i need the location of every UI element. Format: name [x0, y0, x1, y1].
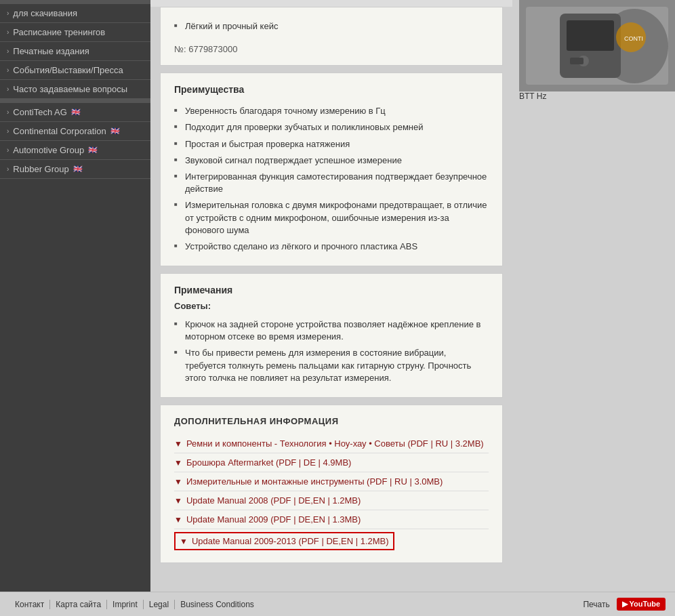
svg-rect-6 — [570, 58, 584, 64]
right-panel: CONTI BTT Hz — [512, 0, 675, 592]
advantage-item-6: Измерительная головка с двумя микрофонам… — [174, 197, 489, 239]
download-link-2[interactable]: ▼ Брошюра Aftermarket (PDF | DE | 4.9MB) — [174, 453, 489, 472]
link-text: Update Manual 2009-2013 (PDF | DE,EN | 1… — [192, 536, 389, 546]
footer-imprint[interactable]: Imprint — [107, 600, 144, 609]
flag-icon: 🇬🇧 — [110, 127, 120, 136]
sidebar-item-faq[interactable]: › Часто задаваемые вопросы — [0, 80, 150, 99]
arrow-icon: › — [7, 165, 9, 173]
youtube-button[interactable]: ▶ YouTube — [617, 598, 666, 611]
svg-text:CONTI: CONTI — [624, 35, 643, 42]
footer-print[interactable]: Печать — [583, 600, 609, 609]
footer-links: Контакт Карта сайта Imprint Legal Busine… — [9, 600, 260, 609]
main-content: Лёгкий и прочный кейс №: 6779873000 Преи… — [150, 0, 512, 592]
sidebar-item-contitech[interactable]: › ContiTech AG 🇬🇧 — [0, 103, 150, 122]
footer-legal[interactable]: Legal — [144, 600, 175, 609]
advantage-item-5: Интегрированная функция самотестирования… — [174, 169, 489, 197]
sidebar-item-continental[interactable]: › Continental Corporation 🇬🇧 — [0, 122, 150, 141]
sidebar-item-print[interactable]: › Печатные издания — [0, 42, 150, 61]
feature-item: Лёгкий и прочный кейс — [174, 18, 489, 35]
arrow-icon: › — [7, 28, 9, 36]
advantage-item-7: Устройство сделано из лёгкого и прочного… — [174, 239, 489, 255]
arrow-icon: › — [7, 66, 9, 74]
note-item-1: Крючок на задней стороне устройства позв… — [174, 316, 489, 345]
youtube-label: YouTube — [630, 600, 660, 608]
advantage-item-3: Простая и быстрая проверка натяжения — [174, 136, 489, 152]
link-text: Измерительные и монтажные инструменты (P… — [186, 476, 443, 487]
product-number-label: №: — [174, 44, 186, 54]
sidebar-item-label: Automotive Group — [13, 145, 84, 155]
sidebar-item-label: Печатные издания — [13, 46, 89, 56]
advantages-box: Преимущества Уверенность благодаря точно… — [160, 73, 503, 266]
product-image: CONTI — [519, 0, 675, 91]
footer-sitemap[interactable]: Карта сайта — [50, 600, 107, 609]
advantage-item-2: Подходит для проверки зубчатых и поликли… — [174, 119, 489, 136]
advantages-title: Преимущества — [174, 84, 489, 95]
footer: Контакт Карта сайта Imprint Legal Busine… — [0, 592, 675, 616]
arrow-icon: › — [7, 9, 9, 17]
download-link-1[interactable]: ▼ Ремни и компоненты - Технология • Ноу-… — [174, 434, 489, 453]
arrow-icon: › — [7, 85, 9, 93]
link-text: Update Manual 2008 (PDF | DE,EN | 1.2MB) — [186, 495, 361, 506]
download-link-3[interactable]: ▼ Измерительные и монтажные инструменты … — [174, 472, 489, 491]
feature-list: Лёгкий и прочный кейс — [174, 18, 489, 35]
download-icon: ▼ — [174, 515, 182, 525]
download-link-6[interactable]: ▼ Update Manual 2009-2013 (PDF | DE,EN |… — [174, 532, 394, 550]
product-caption: BTT Hz — [519, 91, 668, 101]
svg-rect-4 — [567, 20, 614, 51]
youtube-icon: ▶ — [622, 600, 628, 608]
additional-section: ДОПОЛНИТЕЛЬНАЯ ИНФОРМАЦИЯ ▼ Ремни и комп… — [160, 405, 503, 563]
link-text: Update Manual 2009 (PDF | DE,EN | 1.3MB) — [186, 514, 361, 525]
sidebar-item-label: ContiTech AG — [13, 107, 67, 117]
download-icon: ▼ — [174, 496, 182, 506]
flag-icon: 🇬🇧 — [71, 108, 81, 117]
sidebar-item-training[interactable]: › Расписание тренингов — [0, 23, 150, 42]
page-wrapper: › для скачивания › Расписание тренингов … — [0, 0, 675, 616]
arrow-icon: › — [7, 47, 9, 55]
notes-box: Примечания Советы: Крючок на задней стор… — [160, 273, 503, 398]
footer-business[interactable]: Business Conditions — [175, 600, 260, 609]
download-icon: ▼ — [174, 439, 182, 449]
notes-subtitle: Советы: — [174, 301, 489, 311]
footer-contact[interactable]: Контакт — [9, 600, 50, 609]
notes-list: Крючок на задней стороне устройства позв… — [174, 316, 489, 386]
additional-title: ДОПОЛНИТЕЛЬНАЯ ИНФОРМАЦИЯ — [174, 416, 489, 426]
sidebar-item-label: Continental Corporation — [13, 126, 106, 136]
content-area: › для скачивания › Расписание тренингов … — [0, 0, 675, 592]
sidebar-item-label: Расписание тренингов — [13, 27, 105, 37]
sidebar-item-events[interactable]: › События/Выставки/Пресса — [0, 61, 150, 80]
footer-right: Печать ▶ YouTube — [583, 598, 666, 611]
link-text: Ремни и компоненты - Технология • Ноу-ха… — [186, 438, 484, 449]
product-number: №: 6779873000 — [174, 44, 489, 54]
advantages-list: Уверенность благодаря точному измерению … — [174, 103, 489, 255]
advantage-item-1: Уверенность благодаря точному измерению … — [174, 103, 489, 119]
arrow-icon: › — [7, 108, 9, 116]
sidebar-item-label: События/Выставки/Пресса — [13, 65, 123, 75]
product-number-value: 6779873000 — [188, 44, 237, 54]
sidebar-item-label: Часто задаваемые вопросы — [13, 84, 127, 94]
download-icon: ▼ — [174, 477, 182, 487]
arrow-icon: › — [7, 127, 9, 135]
flag-icon: 🇬🇧 — [88, 146, 98, 155]
advantage-item-4: Звуковой сигнал подтверждает успешное из… — [174, 152, 489, 169]
sidebar-item-label: для скачивания — [13, 8, 77, 18]
flag-icon: 🇬🇧 — [73, 165, 83, 173]
download-link-5[interactable]: ▼ Update Manual 2009 (PDF | DE,EN | 1.3M… — [174, 510, 489, 529]
sidebar-item-rubber[interactable]: › Rubber Group 🇬🇧 — [0, 160, 150, 179]
sidebar: › для скачивания › Расписание тренингов … — [0, 0, 150, 592]
sidebar-item-label: Rubber Group — [13, 164, 68, 174]
main-inner: Лёгкий и прочный кейс №: 6779873000 Преи… — [150, 7, 512, 598]
sidebar-item-automotive[interactable]: › Automotive Group 🇬🇧 — [0, 141, 150, 160]
sidebar-item-download[interactable]: › для скачивания — [0, 4, 150, 23]
note-item-2: Что бы привести ремень для измерения в с… — [174, 345, 489, 386]
product-feature-box: Лёгкий и прочный кейс №: 6779873000 — [160, 7, 503, 66]
download-icon: ▼ — [174, 458, 182, 468]
download-icon: ▼ — [180, 537, 188, 546]
arrow-icon: › — [7, 146, 9, 154]
download-link-4[interactable]: ▼ Update Manual 2008 (PDF | DE,EN | 1.2M… — [174, 491, 489, 510]
link-text: Брошюра Aftermarket (PDF | DE | 4.9MB) — [186, 457, 352, 468]
notes-title: Примечания — [174, 285, 489, 295]
